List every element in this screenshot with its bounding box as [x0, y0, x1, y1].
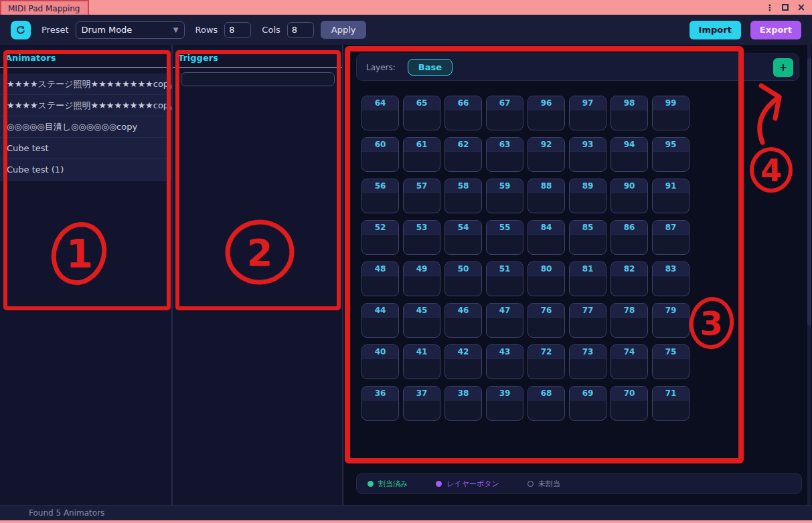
pad-86[interactable]: 86 [611, 220, 648, 255]
pad-75[interactable]: 75 [652, 344, 689, 379]
pad-36[interactable]: 36 [361, 386, 399, 421]
pad-89[interactable]: 89 [569, 179, 606, 213]
pad-55[interactable]: 55 [486, 220, 523, 255]
pad-74[interactable]: 74 [611, 344, 648, 379]
pad-59[interactable]: 59 [486, 179, 523, 213]
pad-45[interactable]: 45 [403, 303, 440, 338]
pad-49[interactable]: 49 [403, 262, 440, 296]
pad-65[interactable]: 65 [403, 96, 440, 130]
pad-67[interactable]: 67 [486, 96, 523, 130]
trigger-input[interactable] [181, 72, 335, 86]
scrollbar-thumb[interactable] [807, 58, 811, 326]
pad-43[interactable]: 43 [486, 344, 523, 379]
refresh-button[interactable] [11, 21, 31, 39]
pad-52[interactable]: 52 [361, 220, 399, 255]
pad-77[interactable]: 77 [569, 303, 606, 338]
pad-81[interactable]: 81 [569, 262, 606, 296]
pad-37[interactable]: 37 [403, 386, 440, 421]
scrollbar[interactable] [807, 45, 811, 505]
pad-73[interactable]: 73 [569, 344, 606, 379]
pad-number: 51 [487, 262, 523, 276]
pad-number: 77 [570, 304, 606, 318]
close-icon[interactable]: × [797, 3, 805, 13]
pad-97[interactable]: 97 [569, 96, 606, 130]
pad-number: 58 [445, 179, 481, 193]
pad-68[interactable]: 68 [527, 386, 565, 421]
pad-53[interactable]: 53 [403, 220, 440, 255]
pad-93[interactable]: 93 [569, 137, 606, 172]
pad-88[interactable]: 88 [527, 179, 565, 213]
pad-50[interactable]: 50 [444, 262, 482, 296]
pad-95[interactable]: 95 [652, 137, 689, 172]
import-button[interactable]: Import [689, 21, 741, 39]
pad-number: 42 [445, 345, 481, 359]
pad-38[interactable]: 38 [444, 386, 482, 421]
pad-91[interactable]: 91 [652, 179, 689, 213]
pad-78[interactable]: 78 [611, 303, 648, 338]
pad-98[interactable]: 98 [611, 96, 648, 130]
pad-87[interactable]: 87 [652, 220, 689, 255]
pad-number: 82 [611, 262, 647, 276]
pad-54[interactable]: 54 [444, 220, 482, 255]
pad-79[interactable]: 79 [652, 303, 689, 338]
pad-number: 96 [528, 96, 564, 110]
pad-47[interactable]: 47 [486, 303, 523, 338]
pad-60[interactable]: 60 [361, 137, 399, 172]
pad-41[interactable]: 41 [403, 344, 440, 379]
pad-61[interactable]: 61 [403, 137, 440, 172]
pad-51[interactable]: 51 [486, 262, 523, 296]
pad-94[interactable]: 94 [611, 137, 648, 172]
layer-button-base[interactable]: Base [408, 59, 453, 76]
pad-80[interactable]: 80 [527, 262, 565, 296]
pad-96[interactable]: 96 [527, 96, 565, 130]
pad-46[interactable]: 46 [444, 303, 482, 338]
legend-dot-icon [436, 481, 442, 487]
animators-panel: Animators ★★★★ステージ照明★★★★★★★★copy★★★★ステージ… [0, 45, 171, 505]
pad-64[interactable]: 64 [361, 96, 399, 130]
preset-dropdown[interactable]: Drum Mode ▼ [76, 21, 185, 39]
pad-number: 93 [570, 138, 606, 152]
add-layer-button[interactable]: + [773, 58, 793, 77]
pad-72[interactable]: 72 [527, 344, 565, 379]
pad-57[interactable]: 57 [403, 179, 440, 213]
pad-number: 94 [611, 138, 647, 152]
rows-input[interactable] [224, 22, 251, 38]
pad-99[interactable]: 99 [652, 96, 689, 130]
list-item[interactable]: ★★★★ステージ照明★★★★★★★★copy [0, 95, 171, 116]
list-item[interactable]: Cube test (1) [0, 159, 171, 181]
pad-92[interactable]: 92 [527, 137, 565, 172]
pad-70[interactable]: 70 [611, 386, 648, 421]
menu-kebab-icon[interactable]: ⋮ [765, 3, 774, 12]
pad-62[interactable]: 62 [444, 137, 482, 172]
legend-label: 未割当 [538, 479, 560, 489]
pad-76[interactable]: 76 [527, 303, 565, 338]
pad-90[interactable]: 90 [611, 179, 648, 213]
pad-42[interactable]: 42 [444, 344, 482, 379]
pad-number: 72 [528, 345, 564, 359]
list-item[interactable]: Cube test [0, 138, 171, 159]
export-button[interactable]: Export [750, 21, 801, 39]
list-item[interactable]: ◎◎◎◎◎目潰し◎◎◎◎◎◎copy [0, 116, 171, 138]
pad-58[interactable]: 58 [444, 179, 482, 213]
pad-44[interactable]: 44 [361, 303, 399, 338]
pad-number: 53 [404, 221, 440, 235]
pad-83[interactable]: 83 [652, 262, 689, 296]
pad-48[interactable]: 48 [361, 262, 399, 296]
pad-82[interactable]: 82 [611, 262, 648, 296]
pad-number: 60 [362, 138, 398, 152]
pad-63[interactable]: 63 [486, 137, 523, 172]
pad-84[interactable]: 84 [527, 220, 565, 255]
pad-66[interactable]: 66 [444, 96, 482, 130]
maximize-icon[interactable] [782, 4, 789, 11]
pad-40[interactable]: 40 [361, 344, 399, 379]
pad-number: 38 [445, 387, 481, 401]
pad-71[interactable]: 71 [652, 386, 689, 421]
pad-56[interactable]: 56 [361, 179, 399, 213]
pad-85[interactable]: 85 [569, 220, 606, 255]
pad-number: 97 [570, 96, 606, 110]
cols-input[interactable] [287, 22, 314, 38]
pad-69[interactable]: 69 [569, 386, 606, 421]
apply-button[interactable]: Apply [321, 21, 367, 39]
list-item[interactable]: ★★★★ステージ照明★★★★★★★★copy [0, 74, 171, 95]
pad-39[interactable]: 39 [486, 386, 523, 421]
